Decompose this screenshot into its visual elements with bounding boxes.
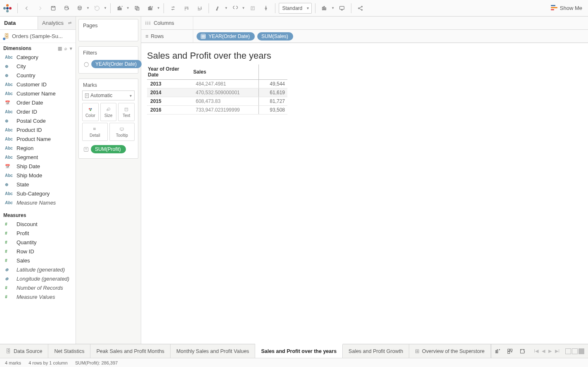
clear-sheet-button[interactable]	[145, 2, 156, 14]
mark-size-button[interactable]: Size	[100, 103, 117, 121]
new-story-tab-button[interactable]	[516, 346, 529, 357]
dimension-field[interactable]: ⊕Country	[0, 71, 76, 80]
caret-icon[interactable]: ▼	[126, 6, 130, 10]
field-type-icon: ⊕	[5, 117, 13, 125]
pause-updates-button[interactable]	[74, 2, 85, 14]
show-cards-button[interactable]	[319, 2, 330, 14]
dimension-field[interactable]: AbcSub-Category	[0, 189, 76, 198]
sort-asc-button[interactable]	[180, 2, 192, 14]
sort-desc-button[interactable]	[194, 2, 205, 14]
measure-field[interactable]: ⊕Latitude (generated)	[0, 265, 76, 274]
highlight-button[interactable]	[212, 2, 224, 14]
share-button[interactable]	[355, 2, 366, 14]
caret-icon[interactable]: ▼	[331, 6, 334, 10]
rows-pill-year[interactable]: ▦YEAR(Order Date)	[197, 32, 255, 41]
dimension-field[interactable]: ⊕State	[0, 180, 76, 189]
dimension-field[interactable]: AbcProduct ID	[0, 126, 76, 135]
sheet-tab[interactable]: Monthly Sales and Profit Values	[171, 344, 255, 358]
measure-field[interactable]: #Profit	[0, 229, 76, 238]
analytics-tab[interactable]: Analytics⇄	[38, 17, 76, 29]
measure-field[interactable]: #Measure Values	[0, 293, 76, 302]
forward-button[interactable]	[34, 2, 46, 14]
dimension-field[interactable]: 📅Order Date	[0, 98, 76, 107]
columns-shelf[interactable]: iiiColumns	[141, 17, 588, 30]
sheet-tab[interactable]: Sales and Profit Growth	[343, 344, 409, 358]
dimension-field[interactable]: AbcOrder ID	[0, 107, 76, 117]
crosstab: Year of Order Date Sales 2013484,247.498…	[147, 64, 287, 114]
rows-pill-sales[interactable]: SUM(Sales)	[257, 32, 293, 41]
dimension-field[interactable]: AbcCategory	[0, 53, 76, 62]
filter-toggle-icon[interactable]: ◯	[84, 62, 89, 67]
measure-field[interactable]: #Row ID	[0, 247, 76, 256]
menu-icon[interactable]: ▾	[70, 46, 72, 51]
data-tab[interactable]: Data	[0, 17, 38, 29]
refresh-button[interactable]	[91, 2, 103, 14]
table-row[interactable]: 2014470,532.50900000161,619	[147, 88, 287, 97]
mark-detail-button[interactable]: Detail	[82, 123, 108, 141]
datasource-tab-icon: 🗄	[6, 348, 11, 354]
caret-icon[interactable]: ▼	[86, 6, 90, 10]
measure-field[interactable]: ⊕Longitude (generated)	[0, 274, 76, 284]
presentation-button[interactable]	[336, 2, 348, 14]
marks-card[interactable]: Marks TAutomatic Color Size Text	[78, 79, 138, 159]
caret-icon[interactable]: ▼	[104, 6, 107, 10]
save-button[interactable]	[47, 2, 59, 14]
pages-card[interactable]: Pages	[78, 19, 138, 41]
sheet-tab[interactable]: Net Statistics	[48, 344, 90, 358]
rows-shelf[interactable]: ≡Rows ▦YEAR(Order Date) SUM(Sales)	[141, 30, 588, 43]
new-worksheet-button[interactable]	[114, 2, 126, 14]
measure-field[interactable]: #Number of Records	[0, 284, 76, 293]
dimension-field[interactable]: 📅Ship Date	[0, 162, 76, 171]
data-source-tab[interactable]: 🗄 Data Source	[0, 344, 48, 358]
show-me-button[interactable]: Show Me	[548, 3, 585, 13]
datasource-item[interactable]: 🗄 Orders (Sample-Su...	[0, 30, 76, 43]
measure-field[interactable]: #Discount	[0, 220, 76, 229]
fit-dropdown[interactable]: Standard	[279, 3, 312, 14]
sheet-tab[interactable]: ⊞Overview of the Superstore	[409, 344, 491, 358]
dimension-field[interactable]: AbcShip Mode	[0, 171, 76, 180]
dimension-field[interactable]: AbcCustomer Name	[0, 89, 76, 98]
view-as-icon[interactable]: ▥	[58, 46, 62, 51]
svg-rect-10	[151, 8, 152, 10]
sheet-nav[interactable]: I◀◀▶▶I	[533, 344, 588, 358]
new-dashboard-tab-button[interactable]	[504, 346, 516, 357]
marks-pill-profit[interactable]: SUM(Profit)	[91, 145, 126, 153]
labels-button[interactable]	[247, 2, 258, 14]
viz-title[interactable]: Sales and Profit over the years	[147, 50, 582, 61]
dimension-field[interactable]: AbcCustomer ID	[0, 80, 76, 89]
marks-type-dropdown[interactable]: TAutomatic	[82, 91, 135, 100]
sheet-tab[interactable]: Sales and Profit over the years	[255, 344, 343, 358]
mark-text-button[interactable]: Text	[118, 103, 135, 121]
col-sales-header[interactable]: Sales	[192, 64, 258, 80]
rows-icon: ≡	[145, 33, 148, 39]
pin-button[interactable]	[260, 2, 272, 14]
table-row[interactable]: 2016733,947.02319999993,508	[147, 106, 287, 114]
dimension-field[interactable]: AbcMeasure Names	[0, 198, 76, 207]
sheet-tab[interactable]: Peak Sales and Profit Months	[90, 344, 171, 358]
back-button[interactable]	[21, 2, 33, 14]
view-mode-icons[interactable]	[564, 348, 586, 354]
table-row[interactable]: 2015608,473.8381,727	[147, 97, 287, 106]
table-row[interactable]: 2013484,247.498149,544	[147, 80, 287, 88]
measure-field[interactable]: #Quantity	[0, 238, 76, 247]
caret-icon[interactable]: ▼	[242, 6, 245, 10]
caret-icon[interactable]: ▼	[157, 6, 160, 10]
new-datasource-button[interactable]	[61, 2, 72, 14]
filter-pill-year[interactable]: YEAR(Order Date)	[91, 60, 142, 68]
filters-card[interactable]: Filters ◯ YEAR(Order Date)	[78, 46, 138, 74]
col-year-header[interactable]: Year of Order Date	[147, 64, 192, 80]
swap-button[interactable]	[167, 2, 179, 14]
new-worksheet-tab-button[interactable]	[491, 346, 504, 357]
dimension-field[interactable]: ⊕City	[0, 62, 76, 71]
caret-icon[interactable]: ▼	[225, 6, 228, 10]
search-icon[interactable]: ⌕	[64, 46, 67, 51]
dimension-field[interactable]: AbcRegion	[0, 144, 76, 153]
mark-color-button[interactable]: Color	[82, 103, 99, 121]
dimension-field[interactable]: ⊕Postal Code	[0, 117, 76, 126]
mark-tooltip-button[interactable]: Tooltip	[109, 123, 135, 141]
dimension-field[interactable]: AbcProduct Name	[0, 135, 76, 144]
measure-field[interactable]: #Sales	[0, 256, 76, 265]
group-button[interactable]	[230, 2, 241, 14]
duplicate-sheet-button[interactable]	[131, 2, 143, 14]
dimension-field[interactable]: AbcSegment	[0, 153, 76, 162]
